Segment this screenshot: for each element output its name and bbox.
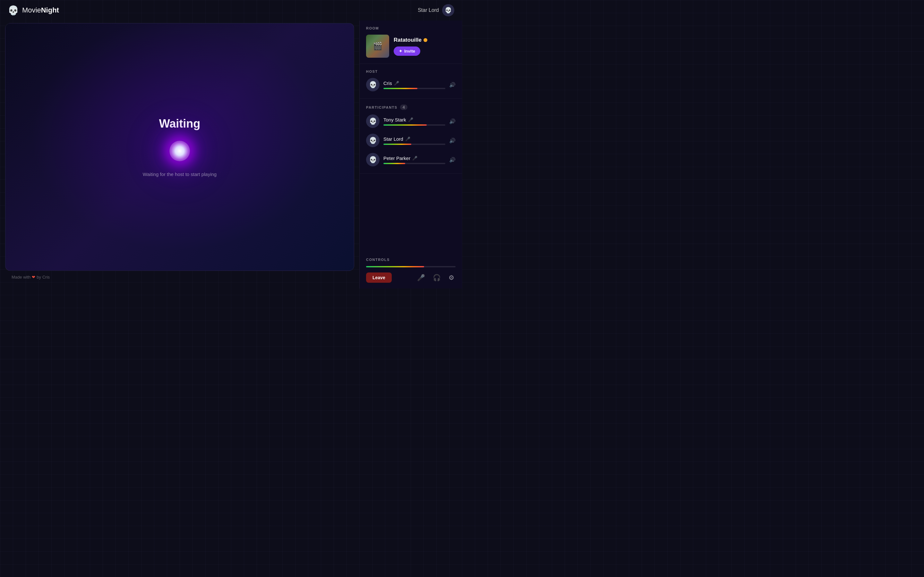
table-row: 💀 Tony Stark 🎤 🔊 <box>366 114 456 128</box>
mute-icon: 🎤 <box>405 137 410 141</box>
room-card: Ratatouille ✦ Invite <box>366 35 456 58</box>
footer: Made with ❤ by Cris <box>5 271 354 284</box>
host-mute-icon: 🎤 <box>394 81 399 85</box>
logo-text-light: Movie <box>22 6 41 14</box>
settings-button[interactable]: ⚙ <box>447 272 456 283</box>
avatar: 💀 <box>366 114 380 128</box>
avatar: 💀 <box>366 153 380 166</box>
header: 💀 MovieNight Star Lord 💀 <box>0 0 462 21</box>
movie-title: Ratatouille <box>394 37 427 43</box>
host-row: 💀 Cris 🎤 🔊 <box>366 78 456 91</box>
by-text: by <box>37 275 41 279</box>
logo-icon: 💀 <box>8 5 19 16</box>
room-section-title: ROOM <box>366 26 456 30</box>
heart-icon: ❤ <box>32 275 35 279</box>
controls-section: CONTROLS Leave 🎤 🎧 ⚙ <box>360 252 462 288</box>
host-name: Cris 🎤 <box>383 81 445 86</box>
controls-section-title: CONTROLS <box>366 258 456 261</box>
participant-count: 4 <box>400 105 407 110</box>
logo-text-bold: Night <box>41 6 59 14</box>
host-section-title: HOST <box>366 69 456 73</box>
table-row: 💀 Star Lord 🎤 🔊 <box>366 134 456 147</box>
volume-icon: 🔊 <box>449 157 456 163</box>
volume-bar <box>383 163 405 164</box>
host-volume-bar <box>383 88 417 89</box>
participant-name: Tony Stark 🎤 <box>383 117 445 122</box>
volume-bar-container <box>383 163 445 164</box>
made-with-text: Made with <box>11 275 31 279</box>
participant-name: Peter Parker 🎤 <box>383 155 445 161</box>
main-layout: Waiting Waiting for the host to start pl… <box>0 21 462 288</box>
volume-bar <box>383 143 411 145</box>
author-name: Cris <box>42 275 50 279</box>
glowing-orb <box>170 141 190 161</box>
participant-info: Star Lord 🎤 <box>383 136 445 145</box>
logo-text: MovieNight <box>22 6 59 15</box>
movie-thumbnail <box>366 35 389 58</box>
user-name: Star Lord <box>418 7 439 13</box>
host-volume-icon: 🔊 <box>449 82 456 88</box>
volume-icon: 🔊 <box>449 137 456 143</box>
invite-button[interactable]: ✦ Invite <box>394 47 420 56</box>
participants-list: 💀 Tony Stark 🎤 🔊 💀 <box>366 114 456 168</box>
microphone-button[interactable]: 🎤 <box>416 272 426 283</box>
user-info: Star Lord 💀 <box>418 4 454 16</box>
master-volume-track[interactable] <box>366 266 456 268</box>
video-area: Waiting Waiting for the host to start pl… <box>0 21 359 288</box>
master-volume-fill <box>366 266 424 268</box>
host-info: Cris 🎤 <box>383 81 445 89</box>
master-volume <box>366 266 456 268</box>
volume-bar-container <box>383 124 445 126</box>
logo: 💀 MovieNight <box>8 5 59 16</box>
participants-section-title: PARTICIPANTS <box>366 105 397 109</box>
video-container: Waiting Waiting for the host to start pl… <box>5 23 354 271</box>
room-section: ROOM Ratatouille ✦ Invite <box>360 21 462 64</box>
sidebar: ROOM Ratatouille ✦ Invite HOST <box>359 21 462 288</box>
room-info: Ratatouille ✦ Invite <box>394 37 427 56</box>
waiting-subtitle: Waiting for the host to start playing <box>143 171 216 177</box>
volume-icon: 🔊 <box>449 118 456 124</box>
participant-name: Star Lord 🎤 <box>383 136 445 142</box>
leave-button[interactable]: Leave <box>366 272 392 283</box>
gold-dot <box>423 38 427 42</box>
invite-icon: ✦ <box>399 49 402 53</box>
participants-header: PARTICIPANTS 4 <box>366 105 456 110</box>
host-volume-bar-container <box>383 88 445 89</box>
host-section: HOST 💀 Cris 🎤 🔊 <box>360 64 462 99</box>
mute-icon: 🎤 <box>408 117 413 122</box>
participant-info: Peter Parker 🎤 <box>383 155 445 164</box>
avatar: 💀 <box>442 4 454 16</box>
participants-section: PARTICIPANTS 4 💀 Tony Stark 🎤 <box>360 99 462 174</box>
avatar: 💀 <box>366 134 380 147</box>
volume-bar <box>383 124 427 126</box>
host-avatar: 💀 <box>366 78 380 91</box>
table-row: 💀 Peter Parker 🎤 🔊 <box>366 153 456 166</box>
waiting-title: Waiting <box>159 117 200 131</box>
volume-bar-container <box>383 143 445 145</box>
participant-info: Tony Stark 🎤 <box>383 117 445 126</box>
mute-icon: 🎤 <box>412 156 417 161</box>
headphones-button[interactable]: 🎧 <box>431 272 442 283</box>
controls-buttons: Leave 🎤 🎧 ⚙ <box>366 272 456 283</box>
